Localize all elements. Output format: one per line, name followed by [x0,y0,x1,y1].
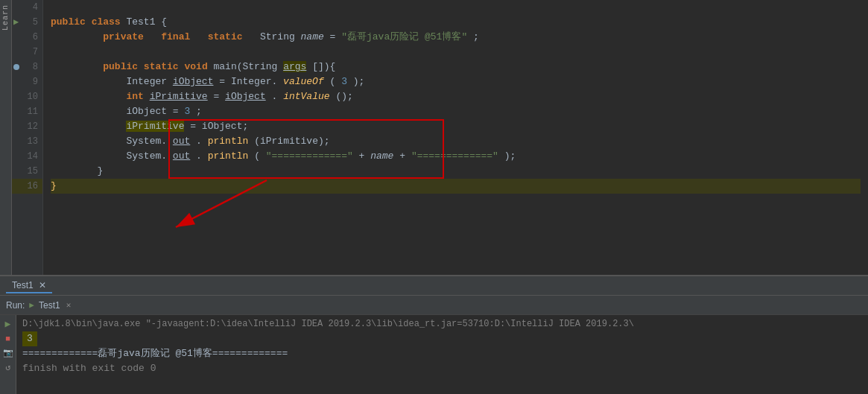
code-line-12: iPrimitive = iObject; [51,119,861,134]
stop-button[interactable]: ■ [5,334,10,343]
camera-button[interactable]: 📷 [3,348,13,358]
line-num-16: 16 [12,179,42,194]
run-config-close[interactable]: ✕ [66,300,72,310]
run-header: Run: ▶ Test1 ✕ [0,296,868,315]
rerun-button[interactable]: ↺ [5,362,10,373]
code-line-15: } [51,164,861,179]
line-num-4: 4 [12,0,42,15]
line-num-11: 11 [12,104,42,119]
run-panel: Test1 ✕ Run: ▶ Test1 ✕ ▶ ■ 📷 ↺ [0,275,868,394]
run-config-name: Test1 [39,300,60,311]
run-content: ▶ ■ 📷 ↺ D:\jdk1.8\bin\java.exe "-javaage… [0,315,868,394]
line-num-15: 15 [12,164,42,179]
line-num-7: 7 [12,45,42,60]
code-line-14: System. out . println ( "=============" … [51,149,861,164]
line-num-13: 13 [12,134,42,149]
code-line-9: Integer iObject = Integer. valueOf ( 3 )… [51,74,861,89]
run-tab-test1[interactable]: Test1 ✕ [6,279,52,293]
line-num-9: 9 [12,74,42,89]
run-config-icon: ▶ [29,300,34,310]
run-output[interactable]: D:\jdk1.8\bin\java.exe "-javaagent:D:\id… [16,315,868,394]
line-num-5: ▶ 5 [12,15,42,30]
run-label: Run: [6,300,25,311]
code-line-16: } [51,179,861,194]
line-num-6: 6 [12,30,42,45]
left-sidebar: Learn [0,0,12,275]
code-line-8: public static void main(String args []){ [51,60,861,74]
line-numbers-gutter: 4 ▶ 5 6 7 8 9 10 11 12 13 [12,0,43,275]
output-line-3: finish with exit code 0 [22,361,862,376]
code-line-13: System. out . println (iPrimitive); [51,134,861,149]
editor-area: Learn 4 ▶ 5 6 7 8 9 10 [0,0,868,275]
output-command-line: D:\jdk1.8\bin\java.exe "-javaagent:D:\id… [22,317,862,331]
line-num-8: 8 [12,60,42,74]
code-area[interactable]: public class Test1 { private final stati… [43,0,868,275]
code-line-10: int iPrimitive = iObject . intValue (); [51,89,861,104]
run-toolbar: ▶ ■ 📷 ↺ [0,315,16,394]
run-button[interactable]: ▶ [5,318,11,330]
output-line-1: 3 [22,331,862,346]
line-num-10: 10 [12,89,42,104]
code-line-5: public class Test1 { [51,15,861,30]
line-num-12: 12 [12,119,42,134]
learn-tab[interactable]: Learn [0,0,11,35]
output-line-2: =============磊哥java历险记 @51博客============… [22,346,862,361]
code-line-11: iObject = 3 ; [51,104,861,119]
code-line-6: private final static String name = "磊哥ja… [51,30,861,45]
code-line-4 [51,0,861,15]
line-num-14: 14 [12,149,42,164]
run-tab-bar: Test1 ✕ [0,276,868,296]
code-line-7 [51,45,861,60]
